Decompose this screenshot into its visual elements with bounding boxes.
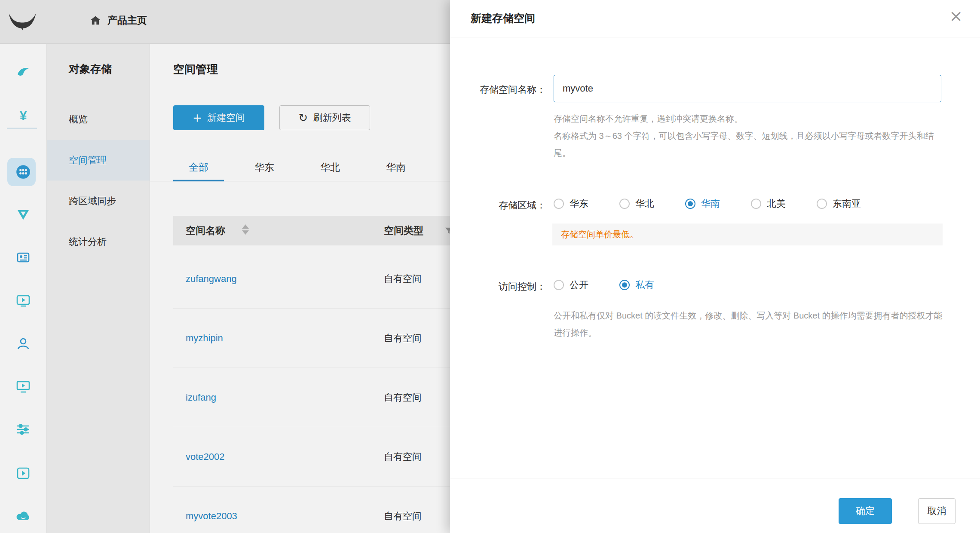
new-bucket-drawer: 新建存储空间 × 存储空间名称： 存储空间名称不允许重复，遇到冲突请更换名称。 … — [450, 0, 980, 533]
radio-icon — [554, 280, 564, 290]
radio-icon — [554, 199, 564, 209]
region-radio-beimei[interactable]: 北美 — [751, 197, 786, 210]
region-radio-huabei[interactable]: 华北 — [619, 197, 654, 210]
radio-icon — [817, 199, 827, 209]
radio-label: 北美 — [767, 197, 786, 210]
region-radio-dongnanya[interactable]: 东南亚 — [817, 197, 861, 210]
access-control-help: 公开和私有仅对 Bucket 的读文件生效，修改、删除、写入等对 Bucket … — [554, 307, 947, 341]
confirm-button[interactable]: 确定 — [839, 498, 892, 524]
bucket-name-help: 存储空间名称不允许重复，遇到冲突请更换名称。 名称格式为 3～63 个字符，可以… — [554, 110, 947, 162]
radio-label: 华东 — [570, 197, 588, 210]
drawer-header: 新建存储空间 × — [450, 0, 980, 37]
bucket-name-input[interactable] — [554, 75, 941, 102]
radio-label: 私有 — [635, 279, 654, 291]
radio-label: 华北 — [635, 197, 654, 210]
radio-icon — [751, 199, 761, 209]
app-window: 产品主页 ¥ — [0, 0, 980, 533]
bucket-name-label: 存储空间名称： — [450, 83, 546, 96]
access-radio-private[interactable]: 私有 — [619, 279, 654, 291]
region-radio-huadong[interactable]: 华东 — [554, 197, 588, 210]
access-radio-public[interactable]: 公开 — [554, 279, 588, 291]
bucket-name-help-line1: 存储空间名称不允许重复，遇到冲突请更换名称。 — [554, 110, 947, 127]
storage-region-label: 存储区域： — [450, 199, 546, 212]
radio-label: 公开 — [570, 279, 588, 291]
radio-icon — [685, 199, 695, 209]
radio-label: 东南亚 — [833, 197, 861, 210]
region-price-note: 存储空间单价最低。 — [552, 224, 943, 245]
radio-label: 华南 — [701, 197, 720, 210]
region-radio-huanan[interactable]: 华南 — [685, 197, 720, 210]
access-radio-group: 公开 私有 — [554, 274, 654, 296]
bucket-name-help-line2: 名称格式为 3～63 个字符，可以包含小写字母、数字、短划线，且必须以小写字母或… — [554, 127, 947, 162]
access-control-label: 访问控制： — [450, 280, 546, 293]
drawer-title: 新建存储空间 — [471, 11, 535, 25]
cancel-button[interactable]: 取消 — [918, 498, 956, 524]
radio-icon — [619, 199, 630, 209]
drawer-footer-divider — [450, 478, 980, 478]
region-radio-group: 华东 华北 华南 北美 东南亚 — [554, 193, 861, 215]
radio-icon — [619, 280, 630, 290]
close-icon[interactable]: × — [949, 8, 963, 24]
